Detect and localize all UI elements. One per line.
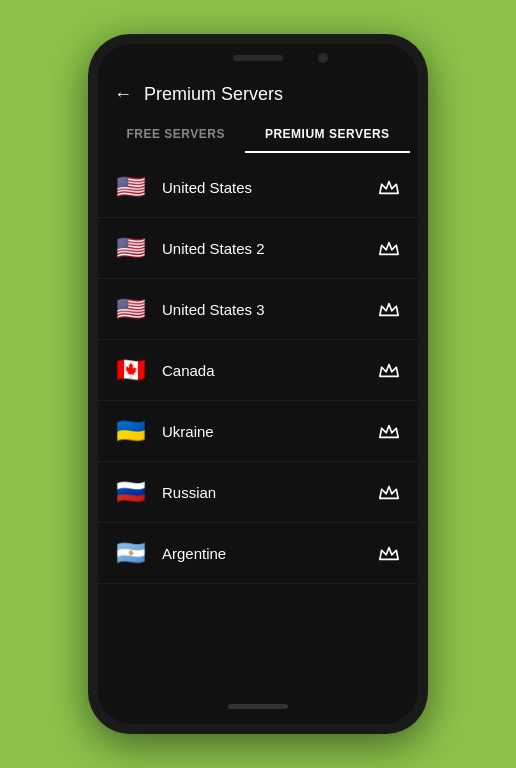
server-item[interactable]: 🇨🇦Canada <box>98 340 418 401</box>
phone-device: ← Premium Servers FREE SERVERS PREMIUM S… <box>88 34 428 734</box>
server-flag: 🇺🇦 <box>116 417 146 445</box>
server-name: United States 3 <box>162 301 378 318</box>
server-item[interactable]: 🇺🇦Ukraine <box>98 401 418 462</box>
page-title: Premium Servers <box>144 84 283 105</box>
server-item[interactable]: 🇷🇺Russian <box>98 462 418 523</box>
server-flag: 🇷🇺 <box>116 478 146 506</box>
crown-icon <box>378 544 400 562</box>
crown-icon <box>378 178 400 196</box>
phone-top-bar <box>98 44 418 72</box>
crown-icon <box>378 300 400 318</box>
phone-bottom-bar <box>98 688 418 724</box>
crown-icon <box>378 361 400 379</box>
server-name: Ukraine <box>162 423 378 440</box>
server-list: 🇺🇸United States🇺🇸United States 2🇺🇸United… <box>98 153 418 688</box>
server-item[interactable]: 🇺🇸United States 3 <box>98 279 418 340</box>
phone-screen: ← Premium Servers FREE SERVERS PREMIUM S… <box>98 44 418 724</box>
tab-premium-servers[interactable]: PREMIUM SERVERS <box>245 117 410 153</box>
server-flag: 🇺🇸 <box>116 295 146 323</box>
server-flag: 🇨🇦 <box>116 356 146 384</box>
server-item[interactable]: 🇺🇸United States 2 <box>98 218 418 279</box>
server-name: United States <box>162 179 378 196</box>
server-name: Russian <box>162 484 378 501</box>
server-name: Canada <box>162 362 378 379</box>
server-name: Argentine <box>162 545 378 562</box>
phone-speaker <box>233 55 283 61</box>
crown-icon <box>378 239 400 257</box>
tab-bar: FREE SERVERS PREMIUM SERVERS <box>98 117 418 153</box>
tab-free-servers[interactable]: FREE SERVERS <box>106 117 244 153</box>
server-flag: 🇺🇸 <box>116 234 146 262</box>
server-item[interactable]: 🇺🇸United States <box>98 157 418 218</box>
app-header: ← Premium Servers <box>98 72 418 117</box>
home-indicator <box>228 704 288 709</box>
server-name: United States 2 <box>162 240 378 257</box>
phone-camera <box>318 53 328 63</box>
server-item[interactable]: 🇦🇷Argentine <box>98 523 418 584</box>
server-flag: 🇺🇸 <box>116 173 146 201</box>
server-flag: 🇦🇷 <box>116 539 146 567</box>
app-content: ← Premium Servers FREE SERVERS PREMIUM S… <box>98 72 418 688</box>
crown-icon <box>378 483 400 501</box>
crown-icon <box>378 422 400 440</box>
back-button[interactable]: ← <box>114 84 132 105</box>
